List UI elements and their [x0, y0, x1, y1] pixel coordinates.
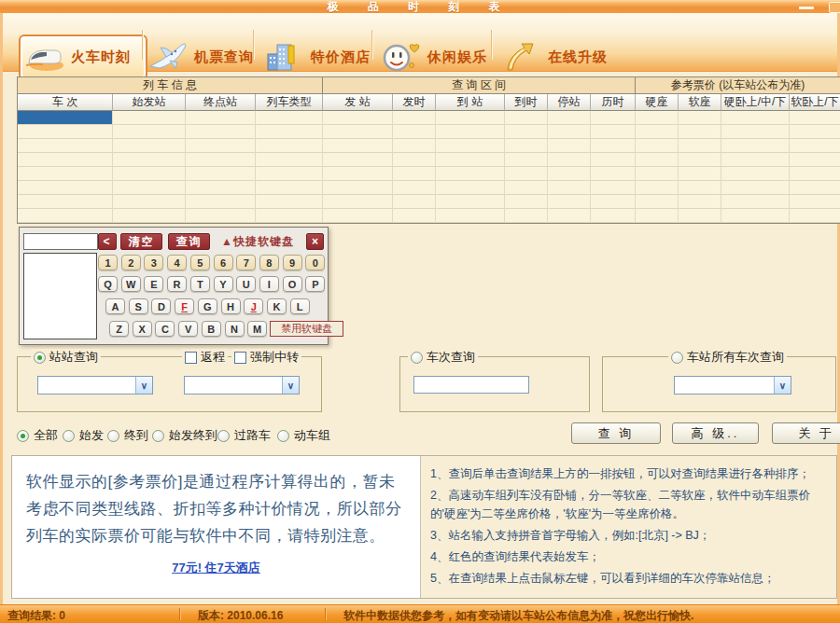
station-quick-input[interactable]: [23, 233, 98, 250]
key-K[interactable]: K: [267, 298, 287, 314]
train-number-input[interactable]: [413, 376, 529, 394]
window-control-partial[interactable]: [829, 2, 840, 13]
table-cell[interactable]: [721, 111, 790, 125]
table-cell[interactable]: [186, 139, 256, 153]
table-cell[interactable]: [505, 153, 548, 167]
filter-option-1[interactable]: 全部: [17, 427, 58, 444]
table-cell[interactable]: [548, 153, 591, 167]
toolbar-button-5[interactable]: 在线升级: [501, 38, 604, 76]
table-cell[interactable]: [636, 139, 679, 153]
table-cell[interactable]: [636, 209, 679, 223]
column-header[interactable]: 历时: [591, 94, 636, 111]
hotel-ad-link[interactable]: 77元! 住7天酒店: [12, 560, 420, 576]
key-C[interactable]: C: [155, 321, 175, 337]
table-cell[interactable]: [256, 125, 323, 139]
station-all-combobox[interactable]: ∨: [674, 376, 791, 395]
column-header[interactable]: 到 站: [436, 94, 505, 111]
table-cell[interactable]: [548, 125, 591, 139]
table-cell[interactable]: [790, 125, 840, 139]
table-cell[interactable]: [113, 139, 186, 153]
table-cell[interactable]: [790, 181, 840, 195]
filter-option-5[interactable]: 过路车: [217, 427, 271, 444]
key-G[interactable]: G: [198, 298, 217, 314]
table-cell[interactable]: [591, 125, 636, 139]
return-trip-checkbox[interactable]: [185, 352, 197, 364]
clear-button[interactable]: 清空: [120, 233, 162, 250]
column-header[interactable]: 硬座: [636, 94, 679, 111]
filter-radio[interactable]: [17, 430, 29, 442]
table-cell[interactable]: [256, 111, 323, 125]
filter-option-2[interactable]: 始发: [63, 427, 104, 444]
toolbar-button-3[interactable]: 特价酒店: [264, 38, 367, 76]
table-cell[interactable]: [679, 125, 721, 139]
table-cell[interactable]: [436, 181, 505, 195]
table-cell[interactable]: [591, 139, 636, 153]
filter-radio[interactable]: [152, 430, 164, 442]
to-station-value[interactable]: [185, 377, 282, 394]
from-station-combobox[interactable]: ∨: [37, 376, 153, 395]
key-Y[interactable]: Y: [214, 276, 233, 292]
table-cell[interactable]: [186, 111, 256, 125]
table-cell[interactable]: [18, 153, 113, 167]
table-cell[interactable]: [721, 209, 790, 223]
table-cell[interactable]: [721, 125, 790, 139]
filter-radio[interactable]: [63, 430, 75, 442]
table-cell[interactable]: [256, 153, 323, 167]
table-cell[interactable]: [790, 209, 840, 223]
train-query-radio[interactable]: [411, 352, 423, 364]
toolbar-button-2[interactable]: 机票查询: [147, 38, 252, 76]
column-header[interactable]: 车 次: [18, 94, 113, 111]
table-cell[interactable]: [436, 139, 505, 153]
chevron-down-icon[interactable]: ∨: [282, 377, 299, 394]
backspace-button[interactable]: <: [98, 233, 117, 250]
table-cell[interactable]: [721, 153, 790, 167]
key-Q[interactable]: Q: [98, 276, 118, 292]
table-cell[interactable]: [18, 181, 113, 195]
key-M[interactable]: M: [247, 321, 267, 337]
table-cell[interactable]: [323, 181, 393, 195]
table-cell[interactable]: [505, 209, 548, 223]
column-header[interactable]: 发 站: [323, 94, 393, 111]
suggestion-listbox[interactable]: [23, 253, 97, 339]
column-header[interactable]: 始发站: [113, 94, 186, 111]
table-cell[interactable]: [636, 153, 679, 167]
station-all-trains-radio[interactable]: [671, 352, 683, 364]
table-cell[interactable]: [393, 209, 436, 223]
table-cell[interactable]: [393, 195, 436, 209]
table-cell[interactable]: [505, 167, 548, 181]
key-I[interactable]: I: [259, 276, 279, 292]
table-cell[interactable]: [393, 111, 436, 125]
table-cell[interactable]: [548, 195, 591, 209]
table-cell[interactable]: [679, 195, 721, 209]
key-8[interactable]: 8: [259, 255, 279, 270]
table-cell[interactable]: [256, 167, 323, 181]
table-cell[interactable]: [679, 153, 721, 167]
force-transfer-checkbox[interactable]: [234, 352, 246, 364]
column-header[interactable]: 列车类型: [256, 94, 323, 111]
column-header[interactable]: 终点站: [186, 94, 256, 111]
key-H[interactable]: H: [221, 298, 241, 314]
table-cell[interactable]: [393, 125, 436, 139]
table-cell[interactable]: [323, 139, 393, 153]
table-cell[interactable]: [186, 181, 256, 195]
key-W[interactable]: W: [121, 276, 141, 292]
column-header[interactable]: 到时: [505, 94, 548, 111]
table-cell[interactable]: [186, 167, 256, 181]
key-E[interactable]: E: [144, 276, 163, 292]
table-cell[interactable]: [679, 181, 721, 195]
filter-option-6[interactable]: 动车组: [277, 427, 330, 444]
search-button[interactable]: 查 询: [571, 422, 661, 444]
table-cell[interactable]: [323, 125, 393, 139]
chevron-down-icon[interactable]: ∨: [135, 377, 152, 394]
table-cell[interactable]: [113, 153, 186, 167]
column-header[interactable]: 硬卧上/中/下: [721, 94, 790, 111]
key-D[interactable]: D: [151, 298, 171, 314]
column-header[interactable]: 软卧上/下: [790, 94, 840, 111]
minimize-button[interactable]: [799, 7, 814, 9]
table-cell[interactable]: [393, 153, 436, 167]
keyboard-search-button[interactable]: 查询: [168, 233, 210, 250]
group-header[interactable]: 列 车 信 息: [18, 77, 323, 94]
table-cell[interactable]: [323, 167, 393, 181]
filter-option-3[interactable]: 终到: [107, 427, 148, 444]
table-cell[interactable]: [436, 195, 505, 209]
